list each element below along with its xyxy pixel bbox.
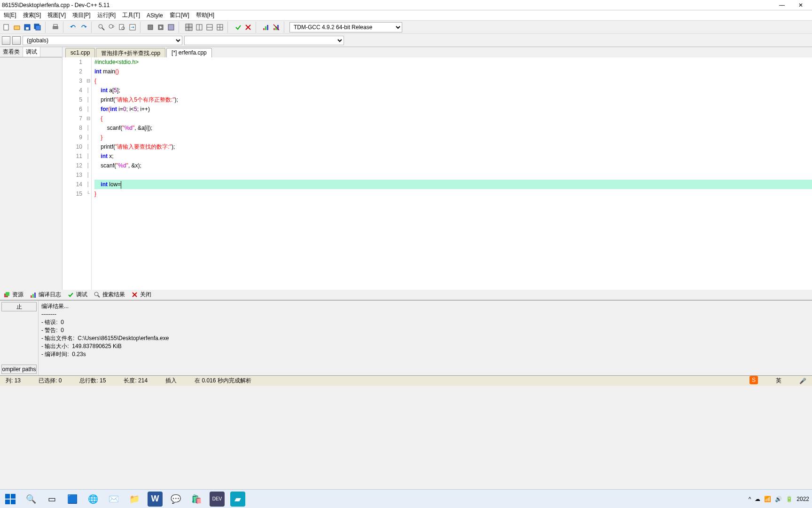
side-tabs: 查看类 调试 [0,47,62,57]
stop-debug-icon[interactable] [243,23,253,32]
log-header: 编译结果... [41,302,809,310]
btab-search[interactable]: 搜索结果 [92,290,127,300]
widgets-icon[interactable]: 🟦 [65,492,80,507]
app-icon[interactable]: ▰ [230,492,245,507]
mail-icon[interactable]: ✉️ [106,492,121,507]
menu-search[interactable]: 搜索[S] [21,10,43,20]
compile-run-icon[interactable] [166,23,176,32]
profile-icon[interactable] [261,23,271,32]
find-icon[interactable] [97,23,106,32]
new-file-icon[interactable] [2,23,11,32]
sidetab-debug[interactable]: 调试 [23,47,40,57]
layout1-icon[interactable] [195,23,204,32]
tab-bubble[interactable]: 冒泡排序+折半查找.cpp [96,48,165,57]
layout3-icon[interactable] [215,23,225,32]
goto-icon[interactable] [128,23,137,32]
svg-point-7 [99,24,102,28]
toggle-button[interactable] [12,36,21,45]
task-view-icon[interactable]: ▭ [44,492,59,507]
ime-mic-icon[interactable]: 🎤 [797,378,808,384]
devcpp-icon[interactable]: DEV [210,492,225,507]
compile-log[interactable]: 编译结果... -------- - 错误: 0 - 警告: 0 - 输出文件名… [39,301,812,375]
run-icon[interactable] [156,23,165,32]
store-icon[interactable]: 🛍️ [189,492,204,507]
log-compile-time: - 编译时间: 0.23s [41,350,809,358]
tray-wifi-icon[interactable]: 📶 [764,496,771,502]
find-in-files-icon[interactable] [117,23,127,32]
debug-icon[interactable] [233,23,242,32]
svg-rect-5 [53,26,58,29]
svg-rect-41 [34,293,36,298]
rebuild-icon[interactable] [184,23,194,32]
tray-year[interactable]: 2022 [796,496,809,502]
insert-button[interactable] [2,36,10,45]
menu-project[interactable]: 项目[P] [70,10,93,20]
log-errors: - 错误: 0 [41,318,809,326]
tab-sc1[interactable]: sc1.cpp [65,48,95,57]
btab-close[interactable]: 关闭 [130,290,153,300]
menu-run[interactable]: 运行[R] [95,10,117,20]
search-icon[interactable]: 🔍 [23,492,39,507]
word-icon[interactable]: W [148,492,163,507]
svg-rect-13 [148,25,153,30]
tray-onedrive-icon[interactable]: ☁ [755,496,760,502]
tray-battery-icon[interactable]: 🔋 [786,496,793,502]
ime-lang[interactable]: 英 [774,377,783,385]
menu-view[interactable]: 视图[V] [46,10,68,20]
close-button[interactable]: ✕ [791,0,810,10]
menu-tools[interactable]: 工具[T] [120,10,142,20]
stop-button[interactable]: 止 [1,302,37,311]
member-select[interactable] [184,36,344,45]
log-sep: -------- [41,310,809,318]
minimize-button[interactable]: — [773,0,791,10]
save-all-icon[interactable] [33,23,42,32]
btab-resources[interactable]: 资源 [2,290,25,300]
svg-rect-17 [186,24,189,27]
open-icon[interactable] [12,23,22,32]
compiler-paths-button[interactable]: ompiler paths [1,365,37,374]
editor-panel: sc1.cpp 冒泡排序+折半查找.cpp [*] erfenfa.cpp 12… [62,47,812,290]
code-editor[interactable]: 12345 678910 1112131415 ⊟││ │⊟│││ ││││└ … [62,57,812,290]
bottom-tab-bar: 资源 编译日志 调试 搜索结果 关闭 [0,290,812,300]
edge-icon[interactable]: 🌐 [86,492,101,507]
scope-toolbar: (globals) [0,34,812,47]
explorer-icon[interactable]: 📁 [127,492,142,507]
redo-icon[interactable] [79,23,88,32]
tray-volume-icon[interactable]: 🔊 [775,496,782,502]
ime-indicator[interactable]: S [748,376,760,386]
svg-rect-16 [168,24,174,30]
profile-remove-icon[interactable] [272,23,281,32]
side-panel: 查看类 调试 [0,47,62,290]
svg-rect-39 [31,295,32,298]
tray-chevron-icon[interactable]: ^ [749,496,751,502]
btab-compilelog[interactable]: 编译日志 [28,290,63,300]
sidetab-classes[interactable]: 查看类 [0,47,23,57]
print-icon[interactable] [51,23,60,32]
code-content[interactable]: #include<stdio.h> int main() { int a[5];… [92,57,812,290]
svg-rect-32 [267,25,268,30]
wechat-icon[interactable]: 💬 [168,492,183,507]
undo-icon[interactable] [69,23,78,32]
svg-line-8 [102,28,104,30]
output-panel: 止 ompiler paths 编译结果... -------- - 错误: 0… [0,300,812,375]
toolbar-separator [91,22,94,33]
layout2-icon[interactable] [205,23,214,32]
main-area: 查看类 调试 sc1.cpp 冒泡排序+折半查找.cpp [*] erfenfa… [0,47,812,290]
window-title: 86155\Desktop\erfenfa.cpp - Dev-C++ 5.11 [2,2,773,8]
start-icon[interactable] [3,492,18,507]
output-buttons: 止 ompiler paths [0,301,39,375]
menu-help[interactable]: 帮助[H] [194,10,216,20]
replace-icon[interactable] [107,23,117,32]
status-total-lines: 总行数: 15 [78,377,108,385]
menu-window[interactable]: 窗口[W] [168,10,191,20]
main-toolbar: TDM-GCC 4.9.2 64-bit Release [0,21,812,34]
globals-select[interactable]: (globals) [23,36,182,45]
menu-astyle[interactable]: AStyle [145,11,165,20]
svg-rect-51 [11,500,16,504]
tab-erfenfa[interactable]: [*] erfenfa.cpp [166,48,212,57]
save-icon[interactable] [23,23,32,32]
menu-edit[interactable]: 辑[E] [2,10,18,20]
compiler-select[interactable]: TDM-GCC 4.9.2 64-bit Release [289,22,402,32]
compile-icon[interactable] [146,23,155,32]
btab-debug[interactable]: 调试 [66,290,89,300]
